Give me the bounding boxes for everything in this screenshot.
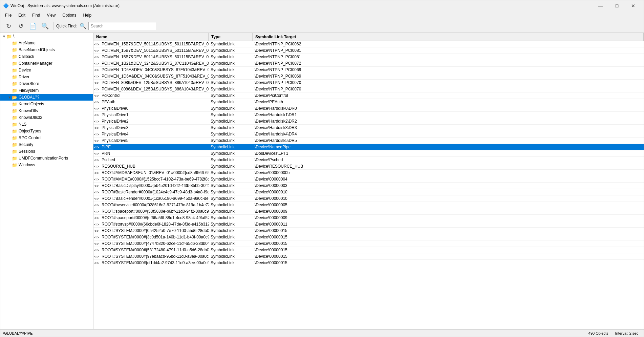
tree-item-driverstore[interactable]: 📁DriverStore [0,80,93,87]
table-row[interactable]: ⊲⊳PCI#VEN_15B7&DEV_5011&SUBSYS_501115B7&… [93,54,644,60]
expand-icon[interactable] [7,61,12,66]
table-row[interactable]: ⊲⊳RESOURCE_HUBSymbolicLink\Device\RESOUR… [93,163,644,170]
tree-item-root[interactable]: ▼ 📁 \ [0,33,93,40]
refresh2-button[interactable]: ↺ [15,21,26,31]
table-row[interactable]: ⊲⊳PCI#VEN_8086&DEV_125B&SUBSYS_886A1043&… [93,80,644,86]
table-row[interactable]: ⊲⊳ROOT#AMDSAFD&FUN_01&REV_01#0000#{cd8a9… [93,170,644,176]
new-button[interactable]: 📄 [27,21,38,31]
tree-item-knowndlls[interactable]: 📁KnownDlls [0,107,93,114]
expand-icon[interactable] [7,75,12,79]
table-row[interactable]: ⊲⊳ROOT#BasicRender#0000#{1ca05180-a699-4… [93,195,644,202]
tree-item-windows[interactable]: 📁Windows [0,162,93,168]
table-row[interactable]: ⊲⊳PRNSymbolicLink\DosDevices\LPT1 [93,150,644,157]
expand-icon[interactable] [7,142,12,147]
tree-item-callback[interactable]: 📁Callback [0,53,93,60]
expand-icon[interactable] [7,81,12,86]
table-row[interactable]: ⊲⊳ROOT#SYSTEM#0000#{4747b320-62ce-11cf-a… [93,240,644,247]
search-input[interactable] [88,22,156,30]
expand-icon[interactable] [7,129,12,133]
row-symlink-icon: ⊲⊳ [93,125,100,131]
tree-item-filesystem[interactable]: 📁FileSystem [0,87,93,94]
table-row[interactable]: ⊲⊳PCI#VEN_1D6A&DEV_04C0&SUBSYS_87F51043&… [93,73,644,80]
menu-item-edit[interactable]: Edit [15,12,29,18]
expand-icon[interactable] [7,135,12,140]
table-row[interactable]: ⊲⊳PCI#VEN_8086&DEV_125B&SUBSYS_886A1043&… [93,86,644,92]
expand-icon[interactable] [7,68,12,72]
col-header-type[interactable]: Type [209,33,253,41]
tree-item-knowndlls32[interactable]: 📁KnownDlls32 [0,114,93,121]
maximize-button[interactable]: □ [609,1,625,10]
tree-item-umdfcommunicationports[interactable]: 📁UMDFCommunicationPorts [0,155,93,162]
expand-icon[interactable] [7,163,12,167]
tree-item-containermanager[interactable]: 📁ContainerManager [0,60,93,67]
table-row[interactable]: ⊲⊳PhysicalDrive4SymbolicLink\Device\Hard… [93,131,644,138]
row-symlink-target: \Device\Harddisk0\DR0 [253,105,644,111]
find-button[interactable]: 🔍 [40,21,50,31]
expand-icon[interactable]: ▼ [2,34,6,39]
table-row[interactable]: ⊲⊳ROOT#BasicRender#0000#{1024e4c9-47c9-4… [93,189,644,195]
table-row[interactable]: ⊲⊳PschedSymbolicLink\Device\Psched [93,157,644,163]
row-symlink-target: \Device\Harddisk4\DR4 [253,131,644,137]
content-area: ▼ 📁 \ 📁ArcName📁BaseNamedObjects📁Callback… [0,33,644,329]
tree-item-arcname[interactable]: 📁ArcName [0,40,93,46]
expand-icon[interactable] [7,102,12,106]
tree-item-rpc-control[interactable]: 📁RPC Control [0,134,93,141]
table-row[interactable]: ⊲⊳PhysicalDrive5SymbolicLink\Device\Hard… [93,138,644,144]
menu-item-view[interactable]: View [43,12,59,18]
tree-item-label: UMDFCommunicationPorts [19,156,68,161]
tree-item-kernelobjects[interactable]: 📁KernelObjects [0,101,93,107]
table-row[interactable]: ⊲⊳PEAuthSymbolicLink\Device\PEAuth [93,99,644,105]
table-row[interactable]: ⊲⊳ROOT#spaceport#0000#{ef66a56f-88d1-4cd… [93,215,644,221]
expand-icon[interactable]: ▼ [7,95,12,100]
table-row[interactable]: ⊲⊳PCI#VEN_1D6A&DEV_04C0&SUBSYS_87F51043&… [93,67,644,73]
table-row[interactable]: ⊲⊳PhysicalDrive2SymbolicLink\Device\Hard… [93,118,644,125]
tree-item-sessions[interactable]: 📁Sessions [0,148,93,155]
refresh-button[interactable]: ↻ [3,21,14,31]
row-symlink-target: \Device\00000003 [253,183,644,189]
expand-icon[interactable] [7,108,12,113]
table-row[interactable]: ⊲⊳PhysicalDrive0SymbolicLink\Device\Hard… [93,105,644,112]
tree-item-device[interactable]: 📁Device [0,67,93,73]
expand-icon[interactable] [7,115,12,120]
table-row[interactable]: ⊲⊳ROOT#SYSTEM#0000#{cf1dd4a2-9743-11d0-a… [93,260,644,266]
tree-item-driver[interactable]: 📁Driver [0,73,93,80]
table-row[interactable]: ⊲⊳ROOT#SYSTEM#0000#{53172480-4791-11d0-a… [93,247,644,253]
tree-item-security[interactable]: 📁Security [0,141,93,148]
close-button[interactable]: ✕ [625,1,641,10]
minimize-button[interactable]: — [593,1,608,10]
table-row[interactable]: ⊲⊳PCI#VEN_15B7&DEV_5011&SUBSYS_501115B7&… [93,47,644,54]
expand-icon[interactable] [7,149,12,154]
table-row[interactable]: ⊲⊳PIPESymbolicLink\Device\NamedPipe [93,144,644,150]
menu-item-find[interactable]: Find [29,12,43,18]
tree-item-basenamedobjects[interactable]: 📁BaseNamedObjects [0,46,93,53]
row-type: SymbolicLink [209,240,253,247]
table-row[interactable]: ⊲⊳ROOT#BasicDisplay#0000#{5b45201d-f2f2-… [93,183,644,189]
table-row[interactable]: ⊲⊳ROOT#storvsp#0000#{66cbde6f-1828-47de-… [93,221,644,228]
col-header-name[interactable]: Name [93,33,209,41]
expand-icon[interactable] [7,156,12,161]
menu-item-file[interactable]: File [2,12,15,18]
table-row[interactable]: ⊲⊳PhysicalDrive1SymbolicLink\Device\Hard… [93,112,644,118]
tree-item-objecttypes[interactable]: 📁ObjectTypes [0,128,93,134]
menu-item-help[interactable]: Help [80,12,95,18]
expand-icon[interactable] [7,47,12,52]
col-header-symlink[interactable]: Symbolic Link Target [253,33,644,41]
table-row[interactable]: ⊲⊳ROOT#hvservice#0000#{028616c2-927f-479… [93,202,644,208]
table-row[interactable]: ⊲⊳PCI#VEN_15B7&DEV_5011&SUBSYS_501115B7&… [93,41,644,47]
expand-icon[interactable] [7,88,12,93]
tree-item-global--[interactable]: ▼📂GLOBAL?? [0,94,93,101]
menu-item-options[interactable]: Options [59,12,80,18]
table-row[interactable]: ⊲⊳ROOT#SYSTEM#0000#{0a4252a0-7e70-11d0-a… [93,228,644,234]
expand-icon[interactable] [7,54,12,59]
expand-icon[interactable] [7,122,12,127]
expand-icon[interactable] [7,41,12,45]
table-row[interactable]: ⊲⊳PhysicalDrive3SymbolicLink\Device\Hard… [93,125,644,131]
table-row[interactable]: ⊲⊳ROOT#SYSTEM#0000#{97ebaacb-95bd-11d0-a… [93,253,644,260]
table-row[interactable]: ⊲⊳ROOT#spaceport#0000#{53f5630e-b6bf-11d… [93,208,644,215]
table-row[interactable]: ⊲⊳ROOT#SYSTEM#0000#{3c0d501a-140b-11d1-b… [93,234,644,240]
tree-item-nls[interactable]: 📁NLS [0,121,93,128]
table-row[interactable]: ⊲⊳ROOT#AMDXE#0000#{1525bcc7-4102-473a-be… [93,176,644,183]
table-row[interactable]: ⊲⊳PciControlSymbolicLink\Device\PciContr… [93,92,644,99]
row-type: SymbolicLink [209,125,253,131]
table-row[interactable]: ⊲⊳PCI#VEN_1B21&DEV_3242&SUBSYS_87C11043&… [93,60,644,67]
